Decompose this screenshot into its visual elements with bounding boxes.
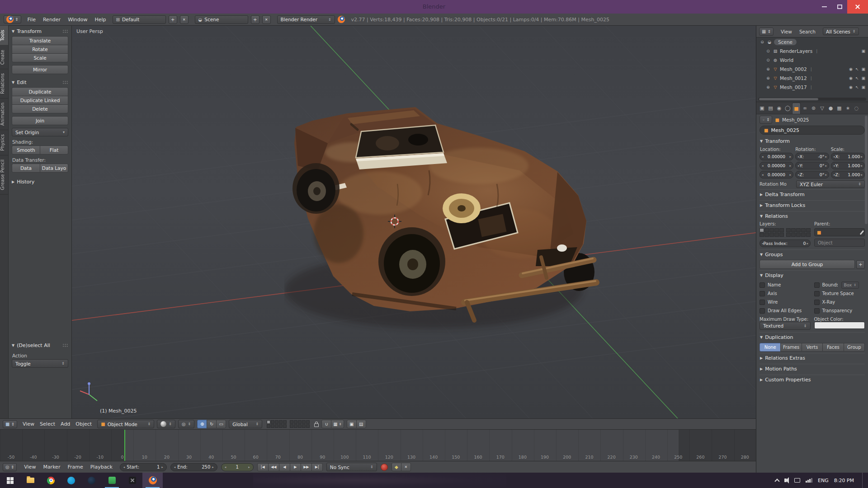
viewport-canvas[interactable]: User Persp (1) Mesh_0025	[72, 26, 756, 418]
car-model-mesh-0025[interactable]	[284, 98, 610, 342]
delta-transform-panel-header[interactable]: ▶ Delta Transform	[760, 189, 865, 199]
expander-icon[interactable]: ⊖	[760, 40, 765, 44]
touch-keyboard-icon[interactable]	[794, 478, 800, 483]
opengl-render-anim-button[interactable]: ▤	[356, 420, 366, 428]
duplication-verts-button[interactable]: Verts	[802, 343, 823, 352]
previous-keyframe-button[interactable]: ◀◀	[268, 463, 279, 471]
eyedropper-icon[interactable]	[859, 230, 863, 235]
start-button[interactable]	[0, 473, 20, 488]
selectable-icon[interactable]: ↖	[855, 67, 859, 71]
parent-field[interactable]: ■	[814, 228, 865, 236]
remove-layout-button[interactable]: ✕	[180, 15, 189, 24]
smooth-button[interactable]: Smooth	[12, 145, 40, 155]
relations-panel-header[interactable]: ▼ Relations	[760, 211, 865, 221]
layers-group-2[interactable]	[290, 420, 310, 428]
groups-panel-header[interactable]: ▼ Groups	[760, 249, 865, 259]
snap-element-dropdown[interactable]: ▦⇕	[331, 420, 344, 428]
panel-drag-dots-icon[interactable]	[62, 80, 68, 84]
orientation-selector[interactable]: Global ⇕	[229, 420, 262, 428]
duplication-frames-button[interactable]: Frames	[780, 343, 802, 352]
menu-item[interactable]: File	[24, 17, 39, 23]
data-button[interactable]: Data	[12, 164, 40, 173]
scale-x-field[interactable]: ◂X:1.000▸	[831, 153, 865, 160]
new-group-button[interactable]: +	[856, 260, 865, 269]
transform-panel-header[interactable]: ▼ Transform	[9, 27, 71, 36]
renderable-icon[interactable]: ▣	[861, 76, 865, 80]
object-color-swatch[interactable]	[814, 322, 865, 329]
selectable-icon[interactable]: ↖	[855, 85, 859, 89]
menu-item[interactable]: Frame	[64, 464, 86, 470]
scale-y-field[interactable]: ◂Y:1.000▸	[831, 162, 865, 169]
chrome-button[interactable]	[41, 473, 61, 488]
flat-button[interactable]: Flat	[40, 145, 68, 155]
menu-item[interactable]: Render	[39, 17, 64, 23]
display-texture-space-checkbox[interactable]: Texture Space	[814, 289, 865, 298]
keying-set-button[interactable]: ◆	[392, 463, 401, 471]
maximize-button[interactable]	[832, 0, 847, 14]
timeline-ruler[interactable]: -50-40-30-20-100102030405060708090100110…	[0, 430, 756, 461]
play-button[interactable]: ▶	[290, 463, 301, 471]
outliner-filter-selector[interactable]: All Scenes ⇕	[823, 28, 859, 35]
tool-shelf-tab[interactable]: Create	[0, 46, 8, 69]
mode-selector[interactable]: ■ Object Mode ⇕	[97, 420, 154, 428]
end-frame-field[interactable]: ◂ End: 250 ▸	[170, 463, 217, 471]
menu-item[interactable]: Help	[91, 17, 110, 23]
transform-locks-panel-header[interactable]: ▶ Transform Locks	[760, 200, 865, 210]
menu-item[interactable]: Object	[73, 421, 94, 427]
duplication-none-button[interactable]: None	[760, 343, 781, 352]
tree-row-world[interactable]: ⊙ ◍ World	[756, 56, 868, 65]
properties-tab-icon[interactable]: ▤	[766, 103, 775, 114]
properties-tab-icon[interactable]: ●	[826, 103, 835, 114]
checkbox-icon[interactable]	[760, 308, 765, 314]
editor-type-button[interactable]: ■ ⇕	[3, 420, 17, 428]
checkbox-icon[interactable]	[760, 282, 765, 288]
visibility-eye-icon[interactable]: ◉	[849, 76, 853, 80]
tree-row-mesh[interactable]: ⊕ ▽ Mesh_0017 | ◉ ↖ ▣	[756, 83, 868, 92]
menu-item[interactable]: Select	[37, 421, 58, 427]
duplicate-linked-button[interactable]: Duplicate Linked	[12, 96, 68, 105]
pivot-selector[interactable]: ◎ ⇕	[178, 420, 194, 428]
properties-tab-icon[interactable]: ◉	[775, 103, 783, 114]
render-toggle-icon[interactable]: ▣	[861, 49, 865, 53]
volume-icon[interactable]	[784, 479, 787, 482]
tree-label[interactable]: Mesh_0017	[780, 84, 807, 90]
location-x-field[interactable]: ◂0.00000▸	[760, 153, 793, 160]
duplicate-button[interactable]: Duplicate	[12, 87, 68, 96]
rotation-z-field[interactable]: ◂Z:0°▸	[795, 171, 829, 178]
shading-selector[interactable]: ⇕	[157, 420, 175, 428]
tool-shelf-tab[interactable]: Animation	[0, 99, 8, 130]
mirror-button[interactable]: Mirror	[12, 65, 68, 74]
editor-type-button[interactable]: ◦ ⇕	[760, 116, 772, 124]
redo-panel-header[interactable]: ▼ (De)select All	[9, 341, 71, 350]
display-panel-header[interactable]: ▼ Display	[760, 270, 865, 280]
remove-scene-button[interactable]: ✕	[262, 15, 271, 24]
language-indicator[interactable]: ENG	[818, 478, 829, 483]
display-wire-checkbox[interactable]: Wire	[760, 298, 811, 306]
checkbox-icon[interactable]	[814, 282, 820, 288]
menu-item[interactable]: View	[20, 421, 37, 427]
custom-properties-panel-header[interactable]: ▶ Custom Properties	[760, 375, 865, 384]
close-button[interactable]	[847, 0, 868, 14]
set-origin-dropdown[interactable]: Set Origin ▾	[12, 128, 68, 136]
menu-item[interactable]: Window	[64, 17, 91, 23]
window-titlebar[interactable]: Blender	[0, 0, 868, 14]
tree-label[interactable]: Mesh_0002	[780, 66, 807, 72]
bounds-type-selector[interactable]: Box⇕	[841, 282, 859, 289]
maximum-draw-type-selector[interactable]: Textured ⇕	[760, 322, 811, 330]
rotate-manipulator-button[interactable]: ↻	[207, 420, 217, 428]
renderable-icon[interactable]: ▣	[861, 85, 865, 89]
render-engine-selector[interactable]: Blender Render ⇕	[277, 15, 335, 24]
properties-tab-icon[interactable]: ■	[792, 103, 801, 114]
display-xray-checkbox[interactable]: X-Ray	[814, 298, 865, 306]
editor-type-button[interactable]: ▦ ⇕	[759, 28, 774, 36]
layers-widget[interactable]	[267, 420, 310, 428]
opengl-render-image-button[interactable]: ▣	[347, 420, 357, 428]
network-icon[interactable]	[806, 478, 812, 483]
add-to-group-button[interactable]: Add to Group	[760, 260, 855, 269]
jump-to-end-button[interactable]: ▶|	[311, 463, 323, 471]
show-desktop-button[interactable]	[862, 473, 864, 488]
delete-button[interactable]: Delete	[12, 104, 68, 113]
sync-mode-selector[interactable]: No Sync ⇕	[326, 463, 377, 471]
checkbox-icon[interactable]	[760, 291, 765, 296]
editor-type-button[interactable]: ⇕	[4, 15, 21, 23]
